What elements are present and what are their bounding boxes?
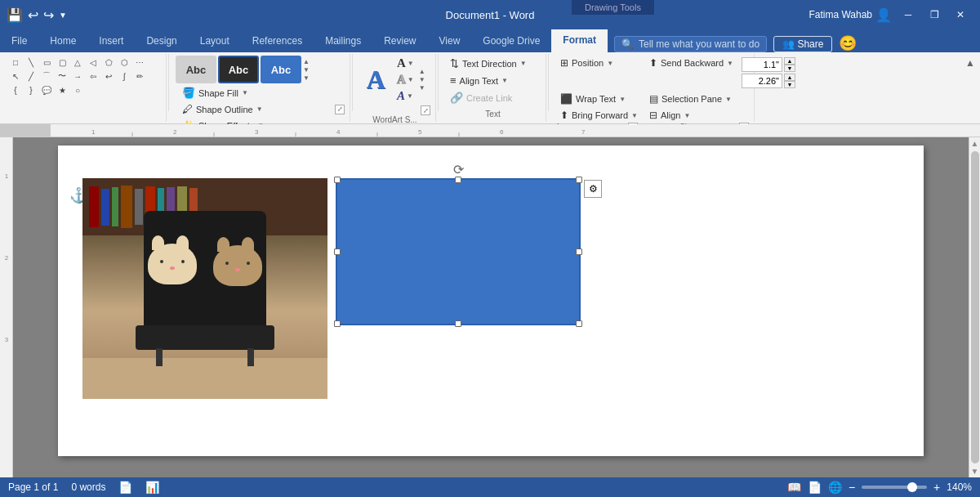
restore-button[interactable]: ❒ <box>921 3 947 26</box>
handle-middle-left[interactable] <box>334 248 341 255</box>
tab-review[interactable]: Review <box>372 29 427 52</box>
shape-wave-btn[interactable]: 〜 <box>55 69 69 83</box>
shape-arc-btn[interactable]: ⌒ <box>39 69 54 83</box>
tab-file[interactable]: File <box>0 29 38 52</box>
align-text-button[interactable]: ≡ Align Text ▼ <box>445 73 513 88</box>
handle-top-center[interactable] <box>455 177 461 183</box>
wordart-down-btn[interactable]: ▼ <box>419 76 425 83</box>
tab-format[interactable]: Format <box>551 28 608 52</box>
shape-rect-btn[interactable]: □ <box>8 56 23 69</box>
width-down-btn[interactable]: ▼ <box>784 81 795 88</box>
customize-qat-icon[interactable]: ▼ <box>59 11 67 20</box>
zoom-thumb[interactable] <box>907 482 917 492</box>
search-box[interactable]: 🔍 Tell me what you want to do <box>614 36 767 52</box>
shape-lt-btn[interactable]: ↖ <box>8 69 23 83</box>
width-up-btn[interactable]: ▲ <box>784 74 795 81</box>
print-layout-icon[interactable]: 📄 <box>808 481 822 494</box>
text-outline-button[interactable]: A ▼ <box>395 72 416 87</box>
tab-layout[interactable]: Layout <box>189 29 241 52</box>
wordart-more-btn[interactable]: ▼ <box>419 84 425 92</box>
zoom-out-btn[interactable]: − <box>849 481 855 494</box>
text-effects-button[interactable]: A ▼ <box>395 88 416 104</box>
wordart-a-btn[interactable]: A <box>359 65 392 95</box>
bring-forward-button[interactable]: ⬆ Bring Forward ▼ <box>555 108 643 123</box>
shape-rounded-btn[interactable]: ▢ <box>55 56 69 69</box>
doc-view-icon[interactable]: 📄 <box>118 481 132 494</box>
handle-middle-right[interactable] <box>576 248 582 255</box>
shape-rbrace-btn[interactable]: } <box>24 83 38 96</box>
tab-home[interactable]: Home <box>38 29 87 52</box>
macro-icon[interactable]: 📊 <box>145 481 159 494</box>
tab-view[interactable]: View <box>428 29 472 52</box>
minimize-button[interactable]: ─ <box>895 3 921 26</box>
shape-tri-btn[interactable]: △ <box>70 56 85 69</box>
tab-design[interactable]: Design <box>135 29 188 52</box>
close-button[interactable]: ✕ <box>947 3 973 26</box>
shape-style-3[interactable]: Abc <box>261 56 301 83</box>
share-button[interactable]: 👥 Share <box>773 36 832 52</box>
shape-outline-button[interactable]: 🖊 Shape Outline ▼ <box>179 101 332 117</box>
shape-slash-btn[interactable]: ╲ <box>24 56 38 69</box>
styles-more-btn[interactable]: ▼ <box>303 74 310 82</box>
zoom-slider[interactable] <box>862 486 927 489</box>
redo-icon[interactable]: ↪ <box>43 7 54 23</box>
scroll-down-btn[interactable]: ▼ <box>969 465 980 477</box>
shape-larrow-btn[interactable]: ⇦ <box>86 69 100 83</box>
shape-lbrace-btn[interactable]: { <box>8 83 23 96</box>
ribbon-collapse-btn[interactable]: ▲ <box>965 57 975 69</box>
shape-star-btn[interactable]: ★ <box>55 83 69 96</box>
handle-bottom-right[interactable] <box>576 320 582 327</box>
shape-bend-btn[interactable]: ↩ <box>101 69 116 83</box>
account-icon[interactable]: 👤 <box>875 7 892 23</box>
shape-call-btn[interactable]: 💬 <box>39 83 54 96</box>
styles-down-btn[interactable]: ▼ <box>303 66 310 74</box>
handle-bottom-left[interactable] <box>334 320 341 327</box>
align-button[interactable]: ⊟ Align ▼ <box>644 108 738 123</box>
zoom-in-btn[interactable]: + <box>933 481 940 494</box>
scroll-thumb[interactable] <box>971 151 979 463</box>
shape-rect2-btn[interactable]: ▭ <box>39 56 54 69</box>
handle-bottom-center[interactable] <box>455 320 461 327</box>
shape-curve-btn[interactable]: ∫ <box>117 69 131 83</box>
cat-image[interactable] <box>82 178 327 399</box>
shape-more-btn[interactable]: ⋯ <box>132 56 147 69</box>
read-mode-icon[interactable]: 📖 <box>787 481 801 494</box>
tab-insert[interactable]: Insert <box>87 29 135 52</box>
tab-google-drive[interactable]: Google Drive <box>471 29 551 52</box>
shape-styles-collapse[interactable]: ⤢ <box>335 105 345 114</box>
undo-icon[interactable]: ↩ <box>28 7 38 23</box>
styles-up-btn[interactable]: ▲ <box>303 58 310 65</box>
save-icon[interactable]: 💾 <box>7 7 23 23</box>
shape-oval-btn[interactable]: ○ <box>70 83 85 96</box>
send-backward-button[interactable]: ⬆ Send Backward ▼ <box>644 56 738 70</box>
create-link-button[interactable]: 🔗 Create Link <box>445 90 517 105</box>
tab-references[interactable]: References <box>241 29 314 52</box>
shape-rtri-btn[interactable]: ◁ <box>86 56 100 69</box>
blue-shape[interactable]: ⟳ ⚙ <box>336 178 581 325</box>
shape-fill-button[interactable]: 🪣 Shape Fill ▼ <box>179 85 332 101</box>
wordart-up-btn[interactable]: ▲ <box>419 68 425 75</box>
height-up-btn[interactable]: ▲ <box>784 57 795 65</box>
document-scroll[interactable]: ⚓ <box>13 137 969 477</box>
height-input[interactable] <box>742 57 782 72</box>
handle-top-left[interactable] <box>334 177 341 183</box>
width-input[interactable] <box>742 74 782 88</box>
shape-hex-btn[interactable]: ⬡ <box>117 56 131 69</box>
text-fill-button[interactable]: A ▼ <box>395 56 416 71</box>
wrap-text-button[interactable]: ⬛ Wrap Text ▼ <box>555 92 643 106</box>
handle-top-right[interactable] <box>576 177 582 183</box>
rotate-handle[interactable]: ⟳ <box>453 162 464 177</box>
scroll-up-btn[interactable]: ▲ <box>969 137 980 150</box>
shape-line-btn[interactable]: ╱ <box>24 69 38 83</box>
text-direction-button[interactable]: ⇅ Text Direction ▼ <box>445 56 532 71</box>
wordart-collapse[interactable]: ⤢ <box>421 105 430 115</box>
selection-pane-button[interactable]: ▤ Selection Pane ▼ <box>644 92 738 106</box>
web-layout-icon[interactable]: 🌐 <box>828 481 842 494</box>
shape-style-2[interactable]: Abc <box>218 56 259 83</box>
position-button[interactable]: ⊞ Position ▼ <box>555 56 643 70</box>
height-down-btn[interactable]: ▼ <box>784 65 795 72</box>
scrollbar-vertical[interactable]: ▲ ▼ <box>969 137 980 477</box>
shape-style-1[interactable]: Abc <box>176 56 216 83</box>
layout-options-button[interactable]: ⚙ <box>584 180 602 198</box>
shape-arrow-btn[interactable]: → <box>70 69 85 83</box>
